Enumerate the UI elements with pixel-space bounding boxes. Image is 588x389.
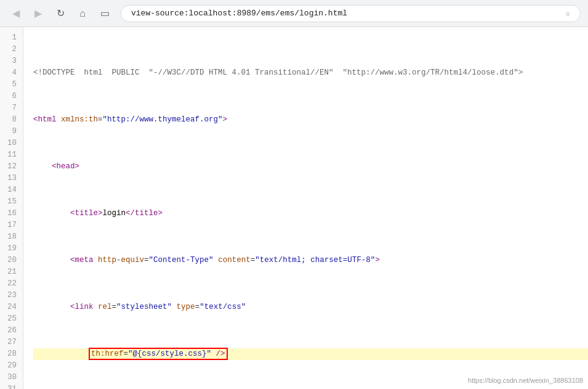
- line-num: 18: [0, 231, 23, 243]
- line-num: 16: [0, 208, 23, 219]
- line-num: 1: [0, 32, 23, 44]
- line-num: 20: [0, 255, 23, 266]
- line-num: 13: [0, 173, 23, 184]
- line-num: 8: [0, 114, 23, 126]
- code-line-3: <head>: [33, 161, 588, 173]
- watermark-text: https://blog.csdn.net/weixin_38863108: [468, 377, 583, 384]
- line-num: 21: [0, 266, 23, 278]
- back-button[interactable]: ◀: [7, 5, 25, 22]
- line-num: 12: [0, 161, 23, 173]
- address-text: view-source:localhost:8989/ems/ems/login…: [131, 9, 347, 18]
- code-view: 1 2 3 4 5 6 7 8 9 10 11 12 13 14 15 16 1…: [0, 27, 588, 389]
- line-num: 30: [0, 372, 23, 383]
- line-num: 15: [0, 196, 23, 208]
- forward-button[interactable]: ▶: [30, 5, 47, 22]
- nav-buttons: ◀ ▶ ↻ ⌂ ▭: [7, 5, 113, 22]
- line-num: 23: [0, 290, 23, 301]
- line-num: 9: [0, 126, 23, 137]
- line-num: 10: [0, 137, 23, 149]
- line-num: 5: [0, 79, 23, 91]
- bookmarks-button[interactable]: ▭: [96, 5, 113, 22]
- address-bar[interactable]: view-source:localhost:8989/ems/ems/login…: [121, 5, 581, 22]
- line-num: 27: [0, 337, 23, 348]
- home-button[interactable]: ⌂: [74, 5, 91, 22]
- line-num: 31: [0, 383, 23, 389]
- code-line-4: <title>login</title>: [33, 208, 588, 219]
- star-icon[interactable]: ☆: [565, 9, 570, 18]
- line-num: 24: [0, 301, 23, 313]
- browser-toolbar: ◀ ▶ ↻ ⌂ ▭ view-source:localhost:8989/ems…: [0, 0, 588, 27]
- code-line-5: <meta http-equiv="Content-Type" content=…: [33, 255, 588, 266]
- line-num: 26: [0, 325, 23, 337]
- code-line-1: <!DOCTYPE html PUBLIC "-//W3C//DTD HTML …: [33, 67, 588, 79]
- line-num: 14: [0, 184, 23, 196]
- line-num: 7: [0, 102, 23, 114]
- line-num: 22: [0, 278, 23, 290]
- line-numbers: 1 2 3 4 5 6 7 8 9 10 11 12 13 14 15 16 1…: [0, 27, 23, 389]
- code-line-7: th:href="@{css/style.css}" />: [33, 348, 588, 360]
- watermark: https://blog.csdn.net/weixin_38863108: [468, 377, 583, 384]
- line-num: 2: [0, 44, 23, 55]
- reload-button[interactable]: ↻: [52, 5, 69, 22]
- line-num: 6: [0, 91, 23, 102]
- line-num: 3: [0, 55, 23, 67]
- line-num: 11: [0, 149, 23, 161]
- line-num: 19: [0, 243, 23, 255]
- line-num: 4: [0, 67, 23, 79]
- line-num: 28: [0, 348, 23, 360]
- code-line-2: <html xmlns:th="http://www.thymeleaf.org…: [33, 114, 588, 126]
- line-num: 25: [0, 313, 23, 325]
- source-code: <!DOCTYPE html PUBLIC "-//W3C//DTD HTML …: [23, 27, 588, 389]
- line-num: 29: [0, 360, 23, 372]
- line-num: 17: [0, 219, 23, 231]
- code-line-6: <link rel="stylesheet" type="text/css": [33, 301, 588, 313]
